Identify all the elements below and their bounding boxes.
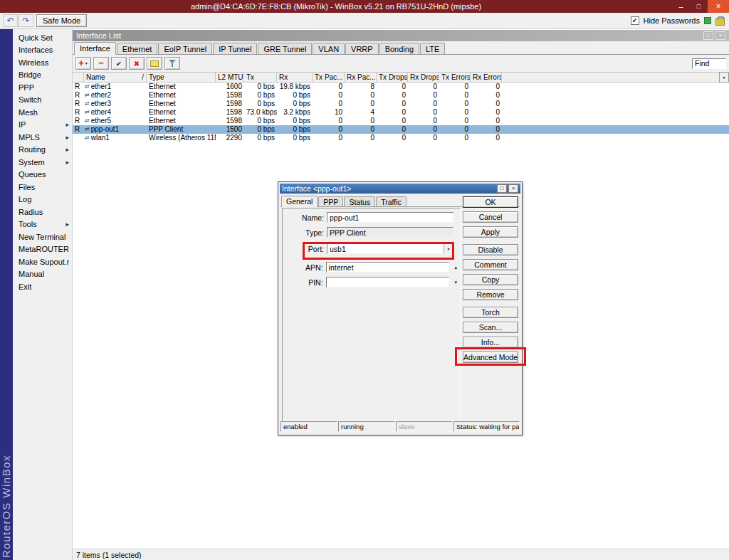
cancel-button[interactable]: Cancel [463, 211, 518, 223]
interface-row-ether1[interactable]: R⇄ether1Ethernet16000 bps19.8 kbps080000 [73, 83, 729, 91]
comment-button[interactable]: Comment [463, 259, 518, 270]
tab-ip-tunnel[interactable]: IP Tunnel [213, 43, 257, 54]
find-input[interactable]: Find [692, 58, 726, 69]
pin-input[interactable] [326, 277, 450, 287]
cell-name: ⇄ether1 [84, 83, 147, 91]
hide-passwords-checkbox[interactable]: ✔ [631, 16, 639, 25]
column-header-tx_drops[interactable]: Tx Drops [377, 73, 408, 82]
sidebar-item-mpls[interactable]: MPLS▸ [13, 131, 72, 144]
tab-eoip-tunnel[interactable]: EoIP Tunnel [158, 43, 212, 54]
column-header-tx[interactable]: Tx [244, 73, 277, 82]
dialog-tab-ppp[interactable]: PPP [318, 196, 343, 206]
column-header-label: Rx [279, 73, 288, 81]
sidebar-item-bridge[interactable]: Bridge [13, 69, 72, 82]
sidebar-item-interfaces[interactable]: Interfaces [13, 44, 72, 57]
column-header-tx_pac[interactable]: Tx Pac... [313, 73, 345, 82]
minimize-button[interactable]: – [672, 0, 690, 13]
sidebar-item-routing[interactable]: Routing▸ [13, 144, 72, 157]
sidebar-item-new-terminal[interactable]: New Terminal [13, 231, 72, 243]
torch-button[interactable]: Torch [463, 307, 518, 318]
scan-button[interactable]: Scan... [463, 322, 518, 333]
tab-bonding[interactable]: Bonding [379, 43, 419, 54]
sidebar-item-files[interactable]: Files [13, 181, 72, 194]
dialog-tab-traffic[interactable]: Traffic [376, 196, 407, 206]
tab-interface[interactable]: Interface [74, 42, 116, 55]
cell-tx_drops: 0 [377, 91, 408, 100]
sidebar-item-radius[interactable]: Radius [13, 206, 72, 218]
back-button[interactable]: ↶ [3, 14, 18, 27]
enable-interface-button[interactable]: ✔ [111, 57, 127, 70]
sidebar-item-queues[interactable]: Queues [13, 169, 72, 181]
apply-button[interactable]: Apply [463, 226, 518, 238]
advanced-mode-button[interactable]: Advanced Mode [463, 352, 518, 363]
interface-list-restore-button[interactable]: □ [703, 31, 713, 40]
dialog-tab-general[interactable]: General [281, 196, 318, 207]
comment-button[interactable] [147, 57, 162, 70]
tab-gre-tunnel[interactable]: GRE Tunnel [258, 43, 312, 54]
tab-lte[interactable]: LTE [420, 43, 445, 54]
interface-row-ether2[interactable]: R⇄ether2Ethernet15980 bps0 bps000000 [73, 91, 729, 100]
sidebar-item-quick-set[interactable]: Quick Set [13, 31, 72, 44]
sidebar-item-metarouter[interactable]: MetaROUTER [13, 243, 72, 256]
tab-ethernet[interactable]: Ethernet [117, 43, 158, 54]
column-header-type[interactable]: Type [147, 73, 216, 82]
titlebar[interactable]: admin@D4:CA:6D:7E:F8:CB (MikroTik) - Win… [0, 0, 729, 13]
interface-row-ether4[interactable]: R⇄ether4Ethernet159873.0 kbps3.2 kbps104… [73, 108, 729, 117]
expand-section-button[interactable]: ▼ [451, 280, 460, 285]
column-header-name[interactable]: Name/ [84, 73, 147, 82]
add-interface-button[interactable]: + ▼ [75, 57, 91, 70]
sidebar-item-tools[interactable]: Tools▸ [13, 218, 72, 231]
column-header-rx_drops[interactable]: Rx Drops [408, 73, 439, 82]
ok-button[interactable]: OK [463, 196, 518, 208]
column-header-rx[interactable]: Rx [277, 73, 313, 82]
sidebar-item-manual[interactable]: Manual [13, 268, 72, 281]
dialog-maximize-button[interactable]: □ [497, 184, 507, 193]
column-header-rx_pac[interactable]: Rx Pac... [345, 73, 377, 82]
interface-row-wlan1[interactable]: ⇄wlan1Wireless (Atheros 11N)22900 bps0 b… [73, 134, 729, 142]
column-header-tx_errors[interactable]: Tx Errors [439, 73, 471, 82]
cell-type: PPP Client [147, 125, 216, 134]
filter-button[interactable] [164, 57, 180, 70]
maximize-button[interactable]: □ [690, 0, 708, 13]
column-header-l2mtu[interactable]: L2 MTU [216, 73, 244, 82]
tab-vrrp[interactable]: VRRP [345, 43, 379, 54]
disable-button[interactable]: Disable [463, 244, 518, 255]
disable-interface-button[interactable]: ✖ [129, 57, 145, 70]
dialog-titlebar[interactable]: Interface <ppp-out1> □ × [280, 184, 520, 194]
interface-list-titlebar[interactable]: Interface List □ × [73, 30, 729, 41]
name-input[interactable]: ppp-out1 [327, 212, 453, 223]
interface-row-ppp-out1[interactable]: R⇄ppp-out1PPP Client15000 bps0 bps000000 [73, 125, 729, 134]
copy-button[interactable]: Copy [463, 274, 518, 285]
cell-rx: 0 bps [277, 117, 313, 125]
tab-vlan[interactable]: VLAN [313, 43, 345, 54]
info-button[interactable]: Info... [463, 337, 518, 348]
dialog-tab-status[interactable]: Status [344, 196, 375, 206]
port-dropdown-button[interactable]: ▼ [444, 244, 453, 253]
sidebar-item-system[interactable]: System▸ [13, 156, 72, 169]
sidebar-item-make-supout-rif[interactable]: Make Supout.rif [13, 255, 72, 268]
cell-name: ⇄ppp-out1 [84, 125, 147, 134]
close-button[interactable]: × [708, 0, 729, 13]
column-header-rx_errors[interactable]: Rx Errors [471, 73, 502, 82]
sidebar-item-exit[interactable]: Exit [13, 280, 72, 293]
sidebar-item-ppp[interactable]: PPP [13, 81, 72, 94]
sidebar-item-wireless[interactable]: Wireless [13, 56, 72, 69]
remove-button[interactable]: Remove [463, 289, 518, 300]
interface-row-ether3[interactable]: R⇄ether3Ethernet15980 bps0 bps000000 [73, 100, 729, 108]
safe-mode-button[interactable]: Safe Mode [36, 14, 87, 27]
column-picker-button[interactable]: ▼ [719, 72, 729, 83]
forward-button[interactable]: ↷ [19, 14, 33, 27]
remove-interface-button[interactable]: − [93, 57, 109, 70]
interface-list-close-button[interactable]: × [715, 31, 725, 40]
collapse-section-button[interactable]: ▲ [451, 265, 460, 270]
apn-input[interactable]: internet [326, 262, 450, 273]
sidebar-item-switch[interactable]: Switch [13, 94, 72, 107]
sidebar-item-label: MetaROUTER [19, 245, 69, 253]
port-select[interactable]: usb1 ▼ [327, 243, 453, 254]
interface-row-ether5[interactable]: R⇄ether5Ethernet15980 bps0 bps000000 [73, 117, 729, 125]
column-header-flag[interactable] [73, 73, 84, 82]
sidebar-item-ip[interactable]: IP▸ [13, 119, 72, 132]
dialog-close-button[interactable]: × [508, 184, 518, 193]
sidebar-item-mesh[interactable]: Mesh [13, 106, 72, 119]
sidebar-item-log[interactable]: Log [13, 194, 72, 206]
